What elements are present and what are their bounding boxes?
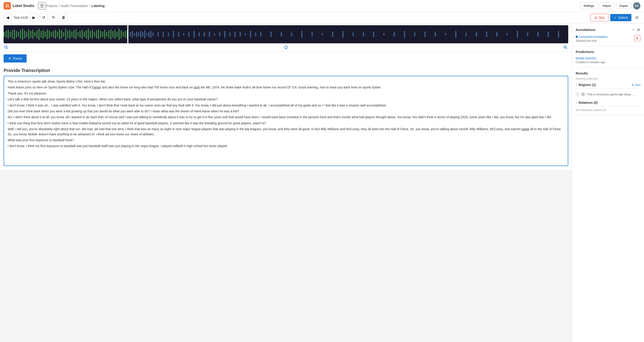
skip-icon: ⊗ bbox=[594, 16, 597, 20]
regions-title[interactable]: − Regions (1) bbox=[576, 83, 596, 87]
svg-rect-21 bbox=[47, 29, 48, 39]
main-container: ⏸ Pause Provide Transcription This is Am… bbox=[0, 24, 644, 342]
import-button[interactable]: Import bbox=[599, 3, 614, 9]
avatar[interactable]: SA bbox=[633, 2, 640, 10]
svg-rect-35 bbox=[76, 29, 77, 39]
annotation-name[interactable]: Unsaved Annotation bbox=[579, 35, 608, 39]
grid-view-button[interactable]: ⊞ bbox=[636, 27, 640, 32]
delete-button[interactable]: 🗑 bbox=[60, 14, 68, 22]
submit-label: Submit bbox=[618, 16, 628, 20]
svg-rect-109 bbox=[414, 33, 415, 36]
svg-rect-112 bbox=[445, 33, 446, 36]
toolbar-left: ◀ Task #128 ▶ ↺ ↻ 🗑 bbox=[4, 14, 68, 22]
svg-rect-19 bbox=[42, 30, 44, 39]
pause-button[interactable]: ⏸ Pause bbox=[4, 54, 26, 63]
sort-button[interactable]: ⇅ Sort bbox=[632, 83, 640, 87]
svg-rect-69 bbox=[144, 30, 146, 38]
add-annotation-button[interactable]: + bbox=[632, 27, 635, 32]
settings-button[interactable]: Settings bbox=[580, 3, 598, 9]
svg-rect-66 bbox=[138, 33, 139, 36]
svg-rect-84 bbox=[209, 32, 210, 37]
svg-rect-5 bbox=[14, 29, 15, 39]
breadcrumb-projects[interactable]: Projects bbox=[46, 4, 58, 8]
svg-rect-95 bbox=[270, 32, 272, 37]
svg-rect-25 bbox=[55, 30, 56, 39]
logo-icon bbox=[4, 2, 11, 10]
svg-rect-11 bbox=[26, 32, 27, 37]
svg-rect-93 bbox=[255, 33, 256, 36]
transcription-title: Provide Transcription bbox=[4, 68, 568, 73]
region-icon bbox=[581, 92, 585, 96]
zoom-out-button[interactable] bbox=[4, 45, 8, 50]
svg-rect-0 bbox=[4, 32, 5, 37]
submit-button[interactable]: ✓ Submit bbox=[610, 14, 631, 21]
svg-rect-57 bbox=[121, 30, 122, 38]
svg-rect-17 bbox=[38, 29, 40, 40]
skip-button[interactable]: ⊗ Skip bbox=[590, 14, 608, 22]
svg-rect-117 bbox=[496, 32, 498, 37]
waveform-controls bbox=[4, 45, 568, 50]
annotations-title: Annotations + ⊞ bbox=[576, 27, 640, 32]
delete-annotation-button[interactable]: 🗑 bbox=[634, 35, 640, 41]
top-nav: Label Studio ☰ Projects / Audio Transcri… bbox=[0, 0, 644, 12]
transcription-line-5: I don't know, I think it was uh... I was… bbox=[8, 103, 564, 108]
prediction-name[interactable]: Model (Admin) bbox=[576, 56, 640, 60]
back-button[interactable]: ◀ bbox=[4, 14, 12, 22]
svg-rect-24 bbox=[53, 31, 54, 38]
svg-rect-8 bbox=[20, 30, 21, 39]
prediction-time-value: 0 minutes ago bbox=[587, 61, 606, 64]
transcription-line-10: What was your first exposure to baseball… bbox=[8, 138, 564, 143]
svg-line-130 bbox=[566, 48, 567, 49]
svg-rect-101 bbox=[332, 32, 333, 37]
svg-rect-102 bbox=[342, 31, 344, 38]
svg-rect-27 bbox=[59, 29, 60, 39]
toolbar: ◀ Task #128 ▶ ↺ ↻ 🗑 ⊗ Skip ✓ Submit ⚙ bbox=[0, 12, 644, 24]
svg-rect-58 bbox=[123, 32, 124, 37]
svg-rect-29 bbox=[63, 32, 64, 37]
transcription-line-8: I think one thing that fans don't realiz… bbox=[8, 121, 564, 126]
prediction-item: Model (Admin) Created 0 minutes ago bbox=[576, 56, 640, 64]
sort-icon: ⇅ bbox=[632, 83, 634, 87]
settings-gear-button[interactable]: ⚙ bbox=[633, 14, 640, 21]
undo-button[interactable]: ↺ bbox=[40, 14, 48, 22]
svg-rect-85 bbox=[214, 33, 215, 36]
annotation-time: Started just now bbox=[576, 39, 608, 43]
transcription-line-3: Thank you, It's my pleasure. bbox=[8, 91, 564, 96]
svg-rect-62 bbox=[130, 32, 131, 37]
results-section: Results Nothing selected − Regions (1) ⇅… bbox=[572, 68, 644, 116]
svg-rect-100 bbox=[322, 33, 323, 36]
export-button[interactable]: Export bbox=[616, 3, 631, 9]
svg-rect-70 bbox=[146, 33, 148, 36]
svg-rect-94 bbox=[260, 32, 261, 37]
svg-rect-41 bbox=[88, 29, 89, 40]
svg-rect-48 bbox=[102, 32, 103, 37]
svg-rect-87 bbox=[224, 31, 226, 38]
svg-rect-121 bbox=[537, 32, 538, 37]
breadcrumb-audio[interactable]: Audio Transcription bbox=[61, 4, 88, 8]
svg-rect-53 bbox=[112, 31, 114, 38]
regions-collapse-icon: − bbox=[576, 83, 577, 86]
regions-header: − Regions (1) ⇅ Sort bbox=[576, 83, 640, 89]
svg-rect-118 bbox=[507, 33, 508, 36]
content-area: ⏸ Pause Provide Transcription This is Am… bbox=[0, 24, 572, 342]
transcription-box[interactable]: This is America's sports talk show, Spor… bbox=[4, 76, 568, 166]
redo-button[interactable]: ↻ bbox=[50, 14, 58, 22]
waveform[interactable] bbox=[4, 25, 568, 43]
forward-button[interactable]: ▶ bbox=[30, 14, 38, 22]
region-radio[interactable] bbox=[576, 93, 579, 96]
relations-title[interactable]: − Relations (0) bbox=[576, 101, 598, 104]
zoom-in-button[interactable] bbox=[563, 45, 568, 50]
svg-rect-39 bbox=[84, 32, 85, 37]
svg-rect-103 bbox=[353, 33, 354, 36]
svg-rect-54 bbox=[114, 30, 116, 39]
svg-rect-110 bbox=[424, 32, 426, 37]
transcription-line-11: I don't know. I think my first exposure … bbox=[8, 143, 564, 148]
hamburger-button[interactable]: ☰ bbox=[38, 2, 46, 10]
pause-section: ⏸ Pause bbox=[0, 52, 572, 65]
svg-rect-119 bbox=[517, 31, 518, 38]
annotations-actions: + ⊞ bbox=[632, 27, 640, 32]
region-text: This is America's sports talk show, ... bbox=[587, 93, 634, 96]
svg-rect-20 bbox=[45, 32, 46, 37]
svg-rect-59 bbox=[125, 31, 126, 38]
nav-actions: Settings Import Export SA bbox=[580, 2, 640, 10]
